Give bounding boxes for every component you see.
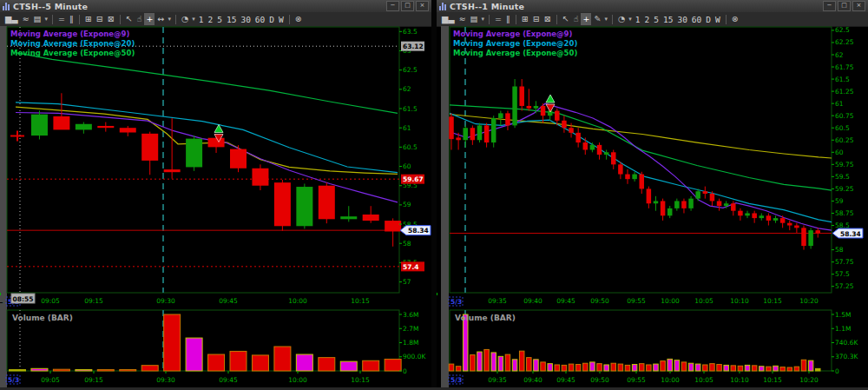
- titlebar[interactable]: CTSH--5 Minute − □ ×: [0, 0, 431, 12]
- cascade-windows-icon[interactable]: ⊟: [531, 13, 542, 25]
- timeframe-2-button[interactable]: 2: [206, 15, 214, 24]
- timeframe-15-button[interactable]: 15: [661, 15, 674, 24]
- time-label: 09:50: [590, 297, 609, 305]
- volume-tick-label: 1.5M: [835, 311, 851, 319]
- candle-chart-icon[interactable]: ▆▃: [440, 13, 457, 25]
- dropdown-arrow-icon[interactable]: ▾: [628, 13, 633, 25]
- timeframe-W-button[interactable]: W: [713, 15, 722, 24]
- price-tick-label: 60.75: [835, 112, 854, 120]
- volume-tick-label: 2.7M: [403, 325, 418, 333]
- time-label: 10:15: [351, 297, 370, 305]
- cursor-icon[interactable]: ↖: [124, 13, 135, 25]
- timeframe-30-button[interactable]: 30: [675, 15, 688, 24]
- time-label: 09:45: [219, 376, 238, 384]
- chart-window-5min: CTSH--5 Minute − □ × ▆▃≈▤▾=‖⊞⊟⊠↖☝+↔▾◔▾12…: [0, 0, 431, 387]
- dropdown-arrow-icon[interactable]: ▾: [44, 13, 49, 25]
- time-label: 10:20: [799, 376, 819, 384]
- clock-icon[interactable]: ◔: [180, 13, 190, 25]
- price-tick-label: 61.75: [835, 63, 854, 71]
- chart-canvas-5min[interactable]: 63.56362.56261.56160.56059.55958.55857.5…: [0, 26, 431, 387]
- time-label: 09:45: [556, 297, 575, 305]
- dropdown-arrow-icon[interactable]: ▾: [603, 13, 608, 25]
- date-label: 5/3: [450, 298, 462, 306]
- toolbar-separator: [52, 15, 53, 24]
- price-tick-label: 60.25: [835, 136, 854, 144]
- price-tick-label: 62.5: [403, 66, 418, 74]
- equal-icon[interactable]: =: [493, 13, 503, 25]
- line-chart-icon[interactable]: ≈: [457, 13, 468, 25]
- dropdown-arrow-icon[interactable]: ▾: [481, 13, 486, 25]
- time-label: 09:40: [523, 376, 542, 384]
- time-label: 09:55: [627, 376, 646, 384]
- time-label: 09:15: [84, 297, 103, 305]
- cursor-icon[interactable]: ↖: [561, 13, 571, 25]
- minimize-button[interactable]: −: [823, 1, 836, 11]
- price-tick-label: 60.5: [403, 143, 418, 151]
- timeframe-30-button[interactable]: 30: [239, 15, 252, 24]
- tile-windows-icon[interactable]: ⊞: [520, 13, 530, 25]
- volume-tick-label: 1.1M: [835, 325, 851, 333]
- price-tick-label: 63.5: [403, 28, 418, 36]
- price-tick-label: 58: [835, 246, 844, 254]
- pause-icon[interactable]: ‖: [68, 13, 76, 25]
- cascade-windows-icon[interactable]: ⊟: [95, 13, 105, 25]
- timeframe-2-button[interactable]: 2: [642, 15, 651, 24]
- pause-icon[interactable]: ‖: [504, 13, 512, 25]
- minimize-button[interactable]: −: [386, 1, 399, 11]
- price-tick-label: 59.5: [835, 173, 850, 181]
- clock-icon[interactable]: ◔: [616, 13, 627, 25]
- crosshair-icon[interactable]: +: [144, 13, 155, 25]
- chart-style-icon[interactable]: ▤: [469, 13, 480, 25]
- chart-style-icon[interactable]: ▤: [32, 13, 43, 25]
- tile-windows-icon[interactable]: ⊞: [83, 13, 94, 25]
- toolbar-separator: [489, 15, 490, 24]
- trendline-icon[interactable]: ↔: [155, 13, 166, 25]
- toolbar-separator: [120, 15, 121, 24]
- grid-windows-icon[interactable]: ⊠: [542, 13, 553, 25]
- time-label: 10:10: [730, 297, 749, 305]
- price-tick-label: 58: [403, 240, 411, 248]
- dropdown-arrow-icon[interactable]: ▾: [167, 13, 172, 25]
- timeframe-15-button[interactable]: 15: [225, 15, 238, 24]
- time-label: 09:15: [84, 376, 103, 384]
- timeframe-1-button[interactable]: 1: [197, 15, 206, 24]
- price-tick-label: 59: [403, 201, 411, 208]
- close-circle-icon[interactable]: ⊗: [293, 13, 304, 25]
- close-circle-icon[interactable]: ⊗: [730, 13, 740, 25]
- time-label: 10:15: [763, 297, 782, 305]
- price-tick-label: 57.5: [835, 270, 850, 278]
- timeframe-W-button[interactable]: W: [277, 15, 286, 24]
- time-label: 09:40: [523, 297, 542, 305]
- dropdown-arrow-icon[interactable]: ▾: [191, 13, 196, 25]
- hand-icon[interactable]: ☝: [572, 13, 581, 25]
- timeframe-60-button[interactable]: 60: [690, 15, 703, 24]
- volume-tick-label: 3.6M: [403, 311, 418, 319]
- timeframe-60-button[interactable]: 60: [253, 15, 266, 24]
- close-button[interactable]: ×: [416, 1, 429, 11]
- equal-icon[interactable]: =: [56, 13, 67, 25]
- maximize-button[interactable]: □: [401, 1, 414, 11]
- hand-icon[interactable]: ☝: [135, 13, 144, 25]
- timeframe-5-button[interactable]: 5: [215, 15, 224, 24]
- pencil-icon[interactable]: ✎: [592, 13, 602, 25]
- line-chart-icon[interactable]: ≈: [21, 13, 31, 25]
- timeframe-D-button[interactable]: D: [267, 15, 276, 24]
- time-label: 10:20: [799, 297, 819, 305]
- candle-chart-icon[interactable]: ▆▃: [3, 13, 20, 25]
- grid-windows-icon[interactable]: ⊠: [106, 13, 116, 25]
- timeframe-D-button[interactable]: D: [704, 15, 713, 24]
- volume-tick-label: 370.3K: [835, 353, 858, 360]
- chart-canvas-1min[interactable]: 62.562.256261.7561.561.256160.7560.560.2…: [437, 26, 868, 387]
- toolbar-separator: [612, 15, 613, 24]
- timeframe-1-button[interactable]: 1: [634, 15, 642, 24]
- crosshair-icon[interactable]: +: [581, 13, 591, 25]
- toolbar-separator: [289, 15, 290, 24]
- price-tick-label: 61.5: [403, 105, 418, 113]
- timeframe-5-button[interactable]: 5: [652, 15, 661, 24]
- ma-legend-label: Moving Average (Expone@50): [10, 49, 135, 57]
- time-label: 10:05: [694, 376, 713, 384]
- titlebar[interactable]: CTSH--1 Minute − □ ×: [437, 0, 868, 12]
- maximize-button[interactable]: □: [838, 1, 851, 11]
- window-edge-strip: [0, 26, 7, 387]
- close-button[interactable]: ×: [852, 1, 865, 11]
